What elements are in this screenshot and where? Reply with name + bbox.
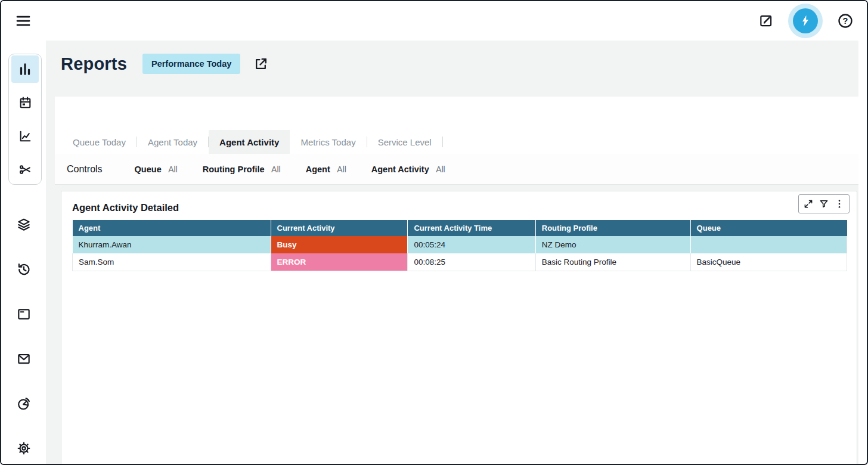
help-button[interactable]: ? [837,13,854,29]
column-header-current-activity-time[interactable]: Current Activity Time [408,220,535,236]
main-content: Reports Performance Today Queue Today Ag… [46,41,858,464]
left-sidebar [1,41,46,464]
funnel-icon [819,199,829,209]
page-title: Reports [61,54,127,74]
open-external-button[interactable] [253,57,268,72]
sidebar-item-realtime-metrics[interactable] [11,55,39,83]
cell-agent: Khurram.Awan [73,236,271,253]
column-header-current-activity[interactable]: Current Activity [271,220,408,236]
column-header-agent[interactable]: Agent [73,220,271,236]
sidebar-item-scheduled-reports[interactable] [11,89,39,116]
cell-routing-profile: NZ Demo [535,236,690,253]
controls-label: Controls [67,164,103,175]
filter-queue[interactable]: Queue All [135,164,178,175]
tab-service-level[interactable]: Service Level [367,130,442,154]
sidebar-item-settings[interactable] [16,441,32,456]
sidebar-item-historical-metrics[interactable] [11,122,39,150]
card-title: Agent Activity Detailed [72,202,847,213]
column-header-queue[interactable]: Queue [690,220,847,236]
cell-current-activity: Busy [271,236,408,253]
svg-text:?: ? [843,16,848,26]
card-toolbar [798,194,850,213]
gear-icon [16,441,32,456]
sidebar-item-history[interactable] [16,262,32,277]
notepad-pencil-icon [758,13,774,29]
hamburger-icon [14,12,32,30]
app-window: { "colors": { "accent_blue": "#29a8e0", … [0,0,868,465]
cell-agent: Sam.Som [73,253,271,271]
controls-bar: Controls Queue All Routing Profile All A… [55,154,858,185]
cell-routing-profile: Basic Routing Profile [535,253,690,271]
secondary-nav [1,217,46,456]
analytics-nav-group [8,54,42,185]
kebab-menu-icon [834,199,845,209]
sidebar-item-metric-tools[interactable] [11,156,39,183]
history-clock-icon [16,262,32,277]
assistant-halo [788,4,823,38]
tab-agent-activity[interactable]: Agent Activity [209,130,290,154]
calendar-icon [18,95,33,110]
layers-icon [16,217,32,232]
line-chart-icon [18,129,33,144]
external-link-icon [253,57,268,72]
tab-metrics-today[interactable]: Metrics Today [290,130,366,154]
expand-icon [803,199,814,209]
agent-activity-table: Agent Current Activity Current Activity … [72,220,847,271]
scissors-icon [18,162,33,177]
release-notes-button[interactable] [758,13,774,29]
tab-divider [442,137,443,147]
tab-queue-today[interactable]: Queue Today [62,130,137,154]
hamburger-menu-button[interactable] [14,12,32,30]
performance-today-badge[interactable]: Performance Today [142,54,240,74]
filter-agent[interactable]: Agent All [306,164,346,175]
agent-activity-card: Agent Activity Detailed [61,191,857,464]
sidebar-item-pie-reports[interactable] [16,396,32,411]
expand-button[interactable] [801,196,816,212]
tab-agent-today[interactable]: Agent Today [137,130,208,154]
report-tabs: Queue Today Agent Today Agent Activity M… [62,130,443,154]
bar-chart-icon [17,61,33,77]
report-panel: Queue Today Agent Today Agent Activity M… [55,97,858,185]
envelope-icon [16,351,32,367]
sidebar-item-email[interactable] [16,351,32,367]
column-header-routing-profile[interactable]: Routing Profile [535,220,690,236]
lightning-bolt-icon [799,14,812,27]
quick-actions-button[interactable] [793,8,818,33]
sidebar-item-window[interactable] [16,306,32,322]
card-header: Agent Activity Detailed [61,191,857,218]
sidebar-item-layers[interactable] [16,217,32,232]
question-mark-icon: ? [837,13,854,29]
table-header-row: Agent Current Activity Current Activity … [73,220,847,236]
page-header: Reports Performance Today [61,54,268,74]
cell-activity-time: 00:05:24 [408,236,535,253]
cell-activity-time: 00:08:25 [408,253,535,271]
top-bar: ? [1,1,867,41]
more-options-button[interactable] [832,196,847,212]
cell-current-activity: ERROR [271,253,408,271]
window-icon [16,306,32,322]
cell-queue [690,236,847,253]
filter-button[interactable] [816,196,832,212]
table-row[interactable]: Khurram.Awan Busy 00:05:24 NZ Demo [73,236,847,253]
cell-queue: BasicQueue [690,253,847,271]
filter-agent-activity[interactable]: Agent Activity All [371,164,445,175]
filter-routing-profile[interactable]: Routing Profile All [203,164,281,175]
table-row[interactable]: Sam.Som ERROR 00:08:25 Basic Routing Pro… [73,253,847,271]
topbar-actions: ? [758,4,854,38]
pie-chart-icon [16,396,32,411]
